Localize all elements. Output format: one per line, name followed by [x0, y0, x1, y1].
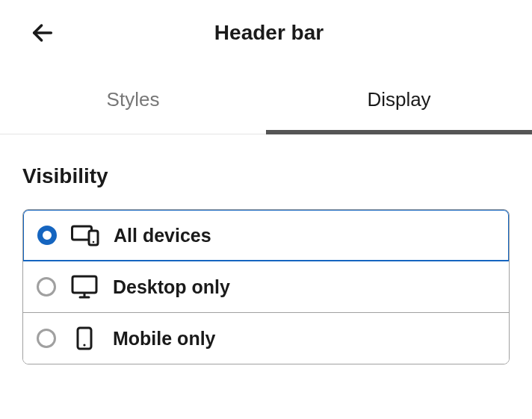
- tabs: Styles Display: [0, 66, 532, 134]
- section-title: Visibility: [22, 164, 510, 188]
- mobile-icon: [69, 326, 99, 350]
- option-all-devices[interactable]: All devices: [22, 209, 510, 261]
- arrow-left-icon: [30, 20, 55, 46]
- tab-display[interactable]: Display: [266, 66, 532, 134]
- svg-point-8: [83, 344, 85, 346]
- option-label: Desktop only: [113, 276, 230, 298]
- svg-point-3: [93, 241, 95, 243]
- tab-styles[interactable]: Styles: [0, 66, 266, 134]
- header: Header bar: [0, 0, 532, 66]
- option-label: All devices: [114, 225, 211, 246]
- svg-rect-4: [72, 276, 96, 293]
- radio-indicator: [37, 226, 57, 245]
- option-label: Mobile only: [113, 328, 216, 350]
- radio-indicator: [37, 277, 56, 297]
- visibility-radio-group: All devices Desktop only Mobile o: [22, 209, 510, 364]
- option-mobile-only[interactable]: Mobile only: [23, 313, 509, 364]
- back-button[interactable]: [30, 20, 55, 46]
- page-title: Header bar: [30, 21, 508, 45]
- all-devices-icon: [70, 224, 100, 246]
- visibility-section: Visibility All devices: [0, 134, 532, 364]
- desktop-icon: [69, 275, 99, 299]
- option-desktop-only[interactable]: Desktop only: [23, 261, 509, 313]
- radio-indicator: [37, 329, 56, 348]
